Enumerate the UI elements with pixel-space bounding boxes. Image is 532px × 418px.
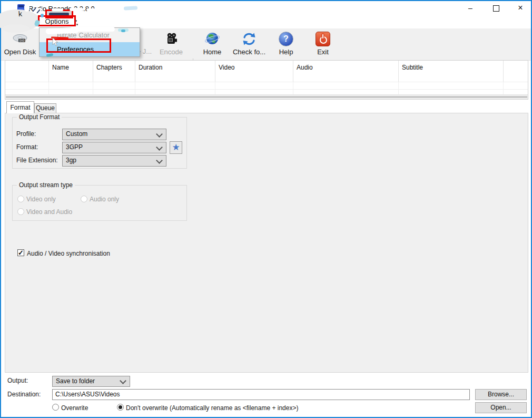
close-icon: × bbox=[518, 3, 523, 12]
audio-only-label: Audio only bbox=[90, 196, 119, 203]
minimize-icon: – bbox=[468, 4, 472, 12]
column-filler bbox=[504, 61, 528, 82]
help-button[interactable]: ? Help bbox=[270, 30, 302, 59]
column-icon[interactable] bbox=[5, 61, 49, 82]
check-updates-label: Check fo... bbox=[228, 48, 270, 56]
maximize-button[interactable] bbox=[487, 1, 505, 15]
profile-select[interactable]: Custom bbox=[62, 129, 166, 140]
open-button[interactable]: Open... bbox=[475, 402, 527, 413]
open-disk-button[interactable]: DVD Open Disk bbox=[2, 30, 38, 59]
globe-icon bbox=[196, 30, 228, 48]
chevron-down-icon bbox=[156, 157, 163, 164]
favorite-format-button[interactable]: ★ bbox=[170, 141, 182, 154]
browse-button[interactable]: Browse... bbox=[475, 389, 527, 400]
app-window: Redio Recode 2.3.8.0 – × Options DVD Ope… bbox=[0, 0, 532, 418]
output-format-title: Output Format bbox=[17, 113, 62, 121]
output-mode-value: Save to folder bbox=[56, 377, 95, 385]
chevron-down-icon bbox=[156, 144, 163, 151]
scrollbar-thumb[interactable] bbox=[6, 96, 527, 98]
output-label: Output: bbox=[7, 377, 28, 384]
help-label: Help bbox=[270, 48, 302, 56]
dvd-disc-icon: DVD bbox=[2, 30, 38, 48]
video-only-label: Video only bbox=[26, 196, 56, 203]
annotation-white-scribble bbox=[52, 8, 63, 11]
radio-video-and-audio[interactable] bbox=[17, 208, 24, 215]
annotation-gray-blob bbox=[2, 24, 29, 33]
minimize-button[interactable]: – bbox=[461, 1, 479, 15]
refresh-arrows-icon bbox=[228, 30, 270, 48]
mouse-cursor bbox=[52, 38, 59, 47]
home-button[interactable]: Home bbox=[196, 30, 228, 59]
close-button[interactable]: × bbox=[511, 1, 529, 15]
exit-button[interactable]: Exit bbox=[307, 30, 339, 59]
format-value: 3GPP bbox=[66, 143, 83, 151]
overwrite-label: Overwrite bbox=[61, 404, 88, 412]
annotation-remnant-text: k bbox=[18, 9, 22, 18]
dont-overwrite-label: Don't overwrite (Automatically rename as… bbox=[126, 404, 298, 412]
profile-label: Profile: bbox=[16, 130, 36, 138]
annotation-white-scribble bbox=[24, 4, 29, 12]
column-duration[interactable]: Duration bbox=[135, 61, 215, 82]
encoder-camera-icon bbox=[153, 30, 190, 48]
annotation-dot bbox=[76, 24, 78, 25]
destination-path: C:\Users\ASUS\Videos bbox=[55, 391, 120, 398]
radio-audio-only[interactable] bbox=[81, 196, 87, 202]
column-chapters[interactable]: Chapters bbox=[93, 61, 135, 82]
column-name[interactable]: Name bbox=[49, 61, 93, 82]
exit-label: Exit bbox=[307, 48, 339, 56]
output-stream-type-title: Output stream type bbox=[17, 181, 75, 189]
format-tab-panel: Output Format Profile: Custom Format: 3G… bbox=[5, 113, 528, 373]
star-icon: ★ bbox=[172, 142, 180, 152]
radio-overwrite[interactable] bbox=[52, 404, 59, 411]
power-icon bbox=[316, 32, 330, 46]
check-updates-button[interactable]: Check fo... bbox=[228, 30, 270, 59]
column-video[interactable]: Video bbox=[215, 61, 293, 82]
annotation-teal-scribble bbox=[41, 14, 44, 17]
radio-dont-overwrite[interactable] bbox=[117, 404, 124, 411]
destination-label: Destination: bbox=[7, 391, 41, 398]
av-sync-checkbox[interactable]: ✓ bbox=[17, 249, 24, 256]
annotation-teal-scribble bbox=[121, 30, 125, 32]
file-list: Name Chapters Duration Video Audio Subti… bbox=[5, 60, 528, 100]
annotation-box-options bbox=[38, 15, 76, 26]
annotation-white-scribble bbox=[86, 8, 97, 11]
horizontal-scrollbar[interactable] bbox=[5, 94, 528, 99]
encode-button[interactable]: Encode bbox=[153, 30, 190, 59]
av-sync-label: Audio / Video synchronisation bbox=[27, 250, 110, 257]
annotation-blue-scribble bbox=[124, 6, 137, 10]
format-select[interactable]: 3GPP bbox=[62, 142, 166, 153]
profile-value: Custom bbox=[66, 130, 87, 138]
annotation-white-scribble bbox=[70, 8, 83, 11]
destination-input[interactable]: C:\Users\ASUS\Videos bbox=[52, 389, 470, 400]
empty-list-row bbox=[5, 82, 528, 89]
annotation-white-scribble bbox=[74, 17, 137, 25]
annotation-dot bbox=[75, 20, 77, 22]
maximize-icon bbox=[493, 5, 499, 12]
format-label: Format: bbox=[16, 143, 38, 151]
tab-queue[interactable]: Queue bbox=[34, 103, 56, 113]
radio-video-only[interactable] bbox=[17, 196, 24, 202]
encode-label: Encode bbox=[153, 48, 190, 56]
file-extension-label: File Extension: bbox=[16, 157, 58, 164]
output-mode-select[interactable]: Save to folder bbox=[52, 376, 130, 387]
file-extension-select[interactable]: 3gp bbox=[62, 155, 166, 167]
column-subtitle[interactable]: Subtitle bbox=[399, 61, 504, 82]
chevron-down-icon bbox=[156, 131, 163, 138]
svg-text:DVD: DVD bbox=[19, 40, 25, 42]
open-disk-label: Open Disk bbox=[2, 48, 38, 56]
tab-format[interactable]: Format bbox=[6, 101, 34, 113]
video-and-audio-label: Video and Audio bbox=[26, 208, 72, 216]
help-question-icon: ? bbox=[279, 32, 293, 46]
column-audio[interactable]: Audio bbox=[293, 61, 399, 82]
home-label: Home bbox=[196, 48, 228, 56]
annotation-white-scribble bbox=[71, 27, 115, 32]
chevron-down-icon bbox=[120, 377, 126, 384]
file-extension-value: 3gp bbox=[66, 157, 76, 164]
file-list-header: Name Chapters Duration Video Audio Subti… bbox=[5, 61, 528, 82]
checkmark-icon: ✓ bbox=[18, 249, 24, 257]
